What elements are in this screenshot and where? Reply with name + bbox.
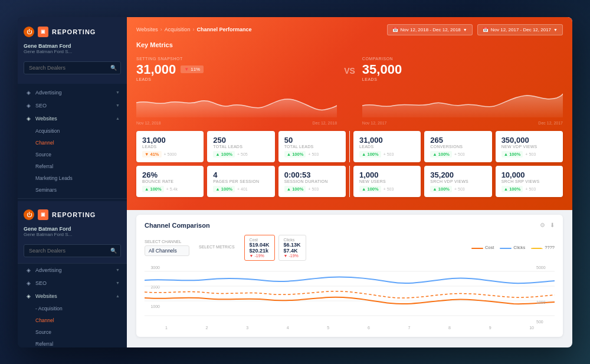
stat-pct: ▲ 100%: [213, 151, 235, 158]
stat-sub: + 503: [308, 152, 319, 156]
key-metrics-title: Key Metrics: [136, 41, 563, 48]
stat-val: 1,000: [359, 170, 415, 179]
sidebar-sub-referral[interactable]: Referral: [18, 160, 127, 172]
sidebar-sub-referral-2[interactable]: Referral: [18, 338, 127, 347]
pill-cost-label: Cost: [250, 238, 270, 242]
search-input-2[interactable]: [24, 244, 121, 257]
channel-filter-label: Select Channel: [145, 240, 189, 244]
y-label-right: 500: [536, 320, 555, 324]
search-bar[interactable]: 🔍: [24, 61, 121, 74]
date-range-1[interactable]: 📅 Nov 12, 2018 - Dec 12, 2018 ▼: [387, 24, 473, 35]
stats-row-1: 31,000 LEADS ▼ 41% + 5000 250 TOTAL LEAD…: [136, 131, 563, 162]
user-sub-2: Gene Batman Ford S...: [24, 232, 121, 237]
metric-pills: Cost $19.04K $20.21k ▼ -19% Clicks $6.13…: [244, 235, 306, 261]
chevron-icon: ▼: [116, 268, 120, 272]
x-label: 8: [448, 326, 451, 330]
stat-sub: + 503: [454, 152, 465, 156]
sidebar-label: Websites: [35, 116, 57, 122]
x-label: 1: [165, 326, 168, 330]
stat-lbl: LEADS: [142, 145, 198, 149]
channel-header: Channel Comparison ⚙ ⬇: [145, 222, 555, 229]
advertising-icon: ◈: [25, 90, 32, 96]
date-filters: 📅 Nov 12, 2018 - Dec 12, 2018 ▼ 📅 Nov 12…: [387, 24, 563, 35]
chevron-icon: ▼: [116, 90, 120, 94]
stat-srch-vdp: 35,200 SRCH VDP VIEWS ▲ 100% + 503: [424, 166, 491, 197]
sidebar-sub-acquisition-2[interactable]: - Acquisition: [18, 303, 127, 314]
stat-pct: ▲ 100%: [142, 186, 164, 192]
x-label: 4: [287, 326, 289, 330]
chevron-icon: ▼: [116, 281, 120, 285]
breadcrumb-acquisition[interactable]: Acquisition: [165, 27, 191, 32]
stat-lbl: TOTAL LEADS: [213, 145, 268, 149]
sidebar-label: SEO: [35, 103, 47, 109]
sidebar-sub-marketing-leads[interactable]: Marketing Leads: [18, 172, 127, 184]
channel-chart-container: 3000 2000 1000: [145, 265, 555, 324]
x-label: 2: [206, 326, 208, 330]
metric-left-label: LEADS: [136, 77, 337, 81]
sidebar-item-advertising[interactable]: ◈ Advertising ▼: [18, 86, 127, 99]
sidebar-item-advertising-2[interactable]: ◈ Advertising ▼: [18, 264, 127, 277]
download-icon[interactable]: ⬇: [550, 222, 555, 228]
seo-icon: ◈: [25, 103, 32, 109]
sidebar-sub-source[interactable]: Source: [18, 149, 127, 160]
stat-lbl: LEADS: [359, 145, 415, 149]
sparkline-right: Nov 12, 2017 Dec 12, 2017: [362, 85, 563, 125]
search-bar-2[interactable]: 🔍: [24, 244, 121, 257]
sidebar-sub-channel[interactable]: Channel: [18, 137, 127, 149]
sidebar-sub-channel-2[interactable]: Channel: [18, 314, 127, 326]
pill-cost[interactable]: Cost $19.04K $20.21k ▼ -19%: [244, 235, 275, 261]
chart-inner-area: [145, 265, 555, 324]
search-icon: 🔍: [110, 65, 117, 71]
stat-total-leads-1: 250 TOTAL LEADS ▲ 100% + 505: [207, 131, 274, 162]
stat-lbl: PAGES PER SESSION: [213, 179, 268, 183]
brand-bar-2: ⏻ ▣ REPORTING: [24, 205, 121, 224]
user-info-2: Gene Batman Ford Gene Batman Ford S...: [24, 224, 121, 242]
stat-val: 26%: [142, 170, 198, 179]
pill-clicks[interactable]: Clicks $6.13K $7.4K ▼ -19%: [278, 235, 306, 261]
date-range-2[interactable]: 📅 Nov 12, 2017 - Dec 12, 2017 ▼: [477, 24, 563, 35]
settings-icon[interactable]: ⚙: [540, 222, 545, 228]
sidebar-header: ⏻ ▣ REPORTING Gene Batman Ford Gene Batm…: [18, 17, 127, 84]
sparkline-left-svg: [136, 85, 337, 117]
sidebar-item-websites[interactable]: ◈ Websites ▲: [18, 112, 127, 125]
user-name: Gene Batman Ford: [24, 43, 121, 49]
sidebar-item-seo[interactable]: ◈ SEO ▼: [18, 99, 127, 112]
stat-lbl: SRCH SRP VIEWS: [502, 179, 557, 183]
metric-filter-label: Select Metrics: [199, 245, 235, 249]
calendar-icon-2: 📅: [483, 27, 489, 32]
channel-select[interactable]: All Channels: [145, 245, 189, 256]
stat-leads: 31,000 LEADS ▼ 41% + 5000: [136, 131, 204, 162]
metric-pct: 11%: [191, 67, 200, 72]
stat-val: 35,200: [430, 170, 486, 179]
pill-cost-change: ▼ -19%: [250, 254, 270, 258]
sidebar-sub-acquisition[interactable]: Acquisition: [18, 125, 127, 137]
sidebar-label: Advertising: [35, 267, 62, 273]
search-input[interactable]: [24, 61, 121, 74]
sidebar-label: SEO: [35, 280, 47, 286]
stat-lbl: NEW USERS: [359, 179, 415, 183]
brand-bar: ⏻ ▣ REPORTING: [24, 22, 121, 41]
stat-val: 0:00:53: [284, 170, 340, 179]
legend-clicks-label: Clicks: [513, 245, 525, 250]
date-start-left: Nov 12, 2018: [136, 121, 161, 125]
stats-section: 31,000 LEADS ▼ 41% + 5000 250 TOTAL LEAD…: [127, 125, 572, 197]
stat-bounce: 26% BOUNCE RATE ▲ 100% + 5.4k: [136, 166, 204, 197]
stat-val: 265: [430, 136, 486, 145]
metric-left: SETTING SNAPSHOT 31,000 ▼ 11% LEADS: [136, 57, 337, 125]
stat-val: 31,000: [142, 136, 198, 145]
sidebar-sub-source-2[interactable]: Source: [18, 326, 127, 338]
x-label: 5: [327, 326, 329, 330]
sparkline-left: Nov 12, 2018 Dec 12, 2018: [136, 85, 337, 125]
channel-comparison-section: Channel Comparison ⚙ ⬇ Select Channel Al…: [136, 215, 563, 337]
sidebar-item-seo-2[interactable]: ◈ SEO ▼: [18, 277, 127, 290]
brand-box-2: ▣: [38, 209, 48, 220]
chevron-up-icon: ▲: [116, 116, 120, 120]
pill-cost-val1: $19.04K: [250, 242, 270, 248]
x-label: 6: [368, 326, 370, 330]
sidebar-item-websites-2[interactable]: ◈ Websites ▲: [18, 290, 127, 303]
sidebar-sub-seminars[interactable]: Seminars: [18, 184, 127, 196]
stat-val: 350,000: [502, 136, 557, 145]
stat-sub: + 5000: [164, 152, 177, 156]
stat-sub: + 503: [525, 187, 536, 191]
breadcrumb-websites[interactable]: Websites: [136, 27, 158, 32]
